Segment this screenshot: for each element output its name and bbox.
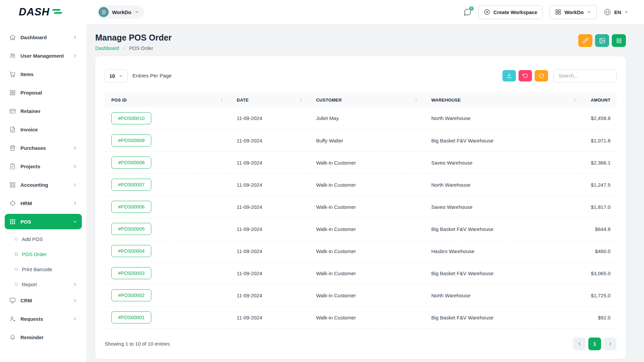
date-cell: 11-09-2024 — [230, 262, 310, 284]
language-code: EN — [614, 9, 621, 15]
column-header-amount[interactable]: AMOUNT — [583, 93, 616, 107]
column-header-customer[interactable]: CUSTOMER — [309, 93, 424, 107]
app-menu-label: WorkDo — [565, 9, 584, 15]
pos-id-button[interactable]: #POS00009 — [111, 134, 151, 146]
pos-id-button[interactable]: #POS00010 — [111, 112, 151, 124]
download-icon — [506, 73, 512, 78]
pos-id-button[interactable]: #POS00006 — [111, 201, 151, 213]
sidebar-item-requests[interactable]: Requests — [5, 311, 82, 326]
pos-id-button[interactable]: #POS00004 — [111, 245, 151, 257]
edit-button[interactable] — [578, 34, 592, 47]
date-cell: 11-09-2024 — [230, 152, 310, 174]
sidebar-subitem-report[interactable]: Report — [5, 278, 82, 291]
chevron-right-icon — [72, 298, 77, 303]
sidebar-item-items[interactable]: Items — [5, 66, 82, 82]
table-row: #POS00003 11-09-2024 Walk-in Customer Bi… — [105, 262, 616, 284]
refresh-button[interactable] — [535, 70, 548, 81]
create-workspace-label: Create Workspace — [493, 9, 537, 15]
brand-logo[interactable]: DASH — [19, 6, 59, 18]
sidebar-item-purchases[interactable]: Purchases — [5, 140, 82, 156]
sidebar-item-retainer[interactable]: Retainer — [5, 103, 82, 119]
sidebar-item-projects[interactable]: Projects — [5, 159, 82, 174]
sidebar-item-hrm[interactable]: HRM — [5, 195, 82, 211]
workspace-selector[interactable]: WorkDo — [97, 5, 144, 19]
chevron-right-icon — [608, 341, 613, 346]
column-label: CUSTOMER — [316, 98, 342, 103]
sidebar-item-invoice[interactable]: Invoice — [5, 122, 82, 137]
chevron-right-icon — [72, 182, 77, 187]
customer-cell: Buffy Walter — [309, 129, 424, 152]
apps-button[interactable] — [612, 34, 626, 47]
table-row: #POS00002 11-09-2024 Walk-in Customer No… — [105, 284, 616, 306]
table-row: #POS00004 11-09-2024 Walk-in Customer Ha… — [105, 240, 616, 262]
sidebar-item-user-management[interactable]: User Management — [5, 48, 82, 63]
refresh-icon — [539, 73, 544, 78]
sidebar-item-crm[interactable]: CRM — [5, 293, 82, 308]
sidebar-subitem-print-barcode[interactable]: Print Barcode — [5, 262, 82, 276]
chevron-down-icon — [119, 74, 123, 78]
entries-per-page-value: 10 — [109, 73, 115, 79]
sidebar-item-label: Retainer — [20, 108, 77, 114]
sidebar-item-dashboard[interactable]: Dashboard — [5, 29, 82, 45]
chevron-right-icon — [122, 46, 126, 50]
sort-icon — [573, 98, 577, 102]
sidebar-item-label: Requests — [20, 316, 68, 322]
export-button[interactable] — [502, 70, 516, 81]
customer-cell: Walk-in Customer — [309, 218, 424, 240]
breadcrumb-dashboard-link[interactable]: Dashboard — [95, 46, 119, 51]
sidebar-item-label: CRM — [20, 298, 68, 303]
pos-id-button[interactable]: #POS00003 — [111, 267, 151, 279]
date-cell: 11-09-2024 — [230, 306, 310, 328]
chevron-right-icon — [72, 282, 77, 287]
sidebar-subitem-label: Report — [22, 282, 37, 287]
sidebar-item-accounting[interactable]: Accounting — [5, 177, 82, 192]
pos-id-button[interactable]: #POS00001 — [111, 311, 151, 323]
chevron-down-icon — [135, 10, 139, 14]
pagination-next-button[interactable] — [604, 338, 616, 350]
chevron-right-icon — [72, 145, 77, 150]
sidebar-subitem-pos-order[interactable]: POS Order — [5, 247, 82, 261]
sidebar-subitem-add-pos[interactable]: Add POS — [5, 232, 82, 246]
globe-icon — [603, 8, 611, 16]
pagination-page-1[interactable]: 1 — [588, 338, 601, 350]
column-header-pos-id[interactable]: POS ID — [105, 93, 230, 107]
bullet-icon — [15, 268, 18, 271]
page-title: Manage POS Order — [95, 33, 172, 43]
monitor-icon — [9, 297, 16, 304]
table-row: #POS00010 11-09-2024 Juliet May North Wa… — [105, 107, 616, 129]
language-selector[interactable]: EN — [603, 8, 629, 16]
grid-icon — [9, 218, 16, 225]
breadcrumb-current: POS Order — [129, 46, 153, 51]
chevron-down-icon — [624, 10, 629, 14]
pos-id-button[interactable]: #POS00005 — [111, 223, 151, 235]
warehouse-cell: North Warehouse — [425, 107, 583, 129]
gallery-button[interactable] — [595, 34, 609, 47]
app-menu-button[interactable]: WorkDo — [549, 5, 597, 19]
customer-cell: Walk-in Customer — [309, 174, 424, 196]
search-input[interactable] — [553, 69, 616, 82]
bell-icon — [9, 334, 16, 341]
sidebar-item-reminder[interactable]: Reminder — [5, 329, 82, 345]
pos-id-button[interactable]: #POS00007 — [111, 179, 151, 191]
pos-id-button[interactable]: #POS00002 — [111, 289, 151, 301]
chevron-right-icon — [72, 164, 77, 169]
sidebar-item-label: Accounting — [20, 182, 68, 188]
entries-per-page-select[interactable]: 10 — [105, 69, 128, 82]
column-header-warehouse[interactable]: WAREHOUSE — [425, 93, 583, 107]
sidebar-item-proposal[interactable]: Proposal — [5, 85, 82, 100]
messages-button[interactable]: 0 — [463, 8, 472, 16]
create-workspace-button[interactable]: Create Workspace — [478, 5, 543, 19]
bag-icon — [9, 144, 16, 152]
squares-icon — [9, 89, 16, 96]
table-row: #POS00008 11-09-2024 Walk-in Customer Sa… — [105, 152, 616, 174]
undo-button[interactable] — [519, 70, 532, 81]
amount-cell: $2,366.1 — [583, 152, 616, 174]
sidebar-item-pos[interactable]: POS — [5, 214, 82, 229]
amount-cell: $460.0 — [583, 240, 616, 262]
date-cell: 11-09-2024 — [230, 174, 310, 196]
pagination-prev-button[interactable] — [573, 338, 586, 350]
cart-icon — [9, 71, 16, 78]
pos-id-button[interactable]: #POS00008 — [111, 157, 151, 169]
column-header-date[interactable]: DATE — [230, 93, 310, 107]
sidebar-subitem-label: Print Barcode — [22, 266, 52, 272]
